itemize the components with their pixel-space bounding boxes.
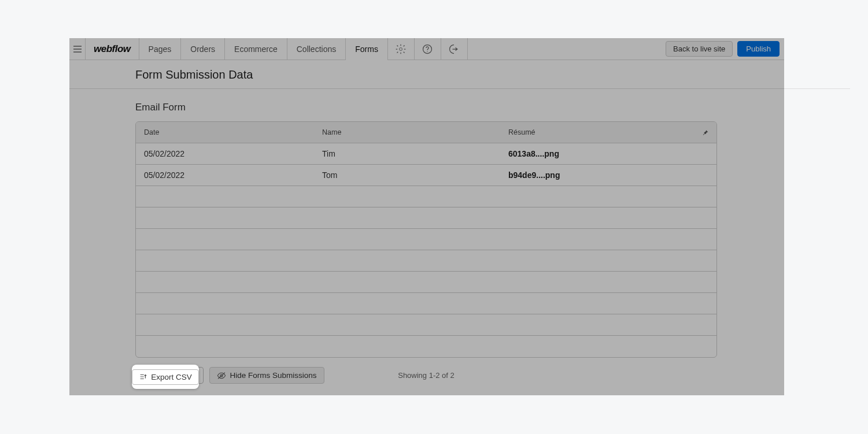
export-csv-spotlight: Export CSV [132, 365, 199, 389]
export-csv-button[interactable]: Export CSV [132, 369, 199, 385]
nav-tab-ecommerce[interactable]: Ecommerce [225, 38, 287, 60]
cell-date: 05/02/2022 [136, 170, 322, 180]
table-header-row: Date Name Résumé [136, 122, 716, 143]
share-icon [448, 43, 460, 55]
help-icon [422, 43, 433, 55]
table-row[interactable]: 05/02/2022Tomb94de9....png [136, 165, 716, 186]
help-button[interactable] [415, 38, 441, 60]
svg-point-2 [427, 51, 428, 51]
publish-button[interactable]: Publish [737, 41, 780, 57]
table-header-pin[interactable] [693, 129, 716, 136]
cell-date: 05/02/2022 [136, 149, 322, 158]
nav-tab-orders[interactable]: Orders [181, 38, 225, 60]
cell-resume: b94de9....png [508, 170, 693, 180]
brand-logo-text: webflow [94, 43, 131, 55]
hamburger-menu-button[interactable] [69, 38, 86, 60]
table-row-empty [136, 336, 716, 357]
gear-icon [395, 43, 407, 55]
nav-tab-label: Ecommerce [234, 44, 278, 54]
settings-button[interactable] [388, 38, 415, 60]
nav-tab-label: Orders [190, 44, 215, 54]
nav-tab-label: Forms [355, 44, 378, 54]
file-link[interactable]: 6013a8....png [508, 149, 559, 158]
table-row-empty [136, 250, 716, 272]
nav-tab-collections[interactable]: Collections [287, 38, 346, 60]
nav-tab-pages[interactable]: Pages [139, 38, 182, 60]
button-label: Hide Forms Submissions [230, 371, 317, 380]
export-icon [139, 373, 147, 381]
pin-icon [701, 129, 709, 136]
share-button[interactable] [441, 38, 468, 60]
button-label: Back to live site [673, 44, 725, 53]
pagination-status: Showing 1-2 of 2 [398, 371, 455, 380]
table-header-date[interactable]: Date [136, 128, 322, 136]
table-row-empty [136, 314, 716, 336]
cell-resume: 6013a8....png [508, 149, 693, 158]
form-name-heading: Email Form [135, 89, 784, 121]
toolbar-right-actions: Back to live site Publish [661, 38, 784, 60]
hamburger-icon [73, 46, 82, 53]
cell-name: Tom [322, 170, 508, 180]
hide-submissions-button[interactable]: Hide Forms Submissions [209, 367, 324, 384]
button-label: Publish [746, 44, 771, 53]
table-row-empty [136, 229, 716, 250]
nav-tab-label: Pages [149, 44, 172, 54]
toolbar-spacer [468, 38, 661, 60]
table-header-resume[interactable]: Résumé [508, 128, 693, 136]
cell-name: Tim [322, 149, 508, 158]
file-link[interactable]: b94de9....png [508, 170, 560, 180]
table-header-name[interactable]: Name [322, 128, 508, 136]
back-to-live-button[interactable]: Back to live site [666, 41, 733, 57]
brand-logo[interactable]: webflow [86, 38, 139, 60]
page-title: Form Submission Data [135, 60, 784, 88]
top-toolbar: webflow Pages Orders Ecommerce Collectio… [69, 38, 784, 60]
button-label: Export CSV [151, 373, 192, 381]
table-row-empty [136, 272, 716, 293]
nav-tab-label: Collections [297, 44, 336, 54]
svg-point-0 [400, 47, 402, 50]
table-footer: Export CSV Hide Forms Submissions Showin… [135, 358, 717, 384]
table-row-empty [136, 293, 716, 314]
nav-tab-forms[interactable]: Forms [346, 38, 388, 60]
submissions-table: Date Name Résumé 05/02/2022Tim6013a8....… [135, 121, 717, 358]
table-row-empty [136, 207, 716, 229]
eye-off-icon [217, 372, 226, 380]
table-row[interactable]: 05/02/2022Tim6013a8....png [136, 143, 716, 165]
table-row-empty [136, 186, 716, 207]
